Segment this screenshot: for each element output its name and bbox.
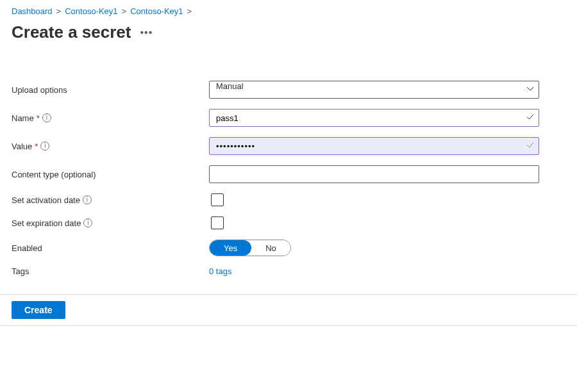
breadcrumb-link-contoso-key1-a[interactable]: Contoso-Key1	[65, 6, 117, 16]
upload-options-value: Manual	[216, 81, 244, 91]
label-tags: Tags	[12, 266, 29, 276]
enabled-toggle: Yes No	[209, 240, 291, 256]
label-enabled: Enabled	[12, 243, 42, 253]
label-content-type: Content type (optional)	[12, 170, 96, 179]
chevron-right-icon: >	[187, 6, 192, 16]
checkmark-icon	[526, 113, 535, 124]
info-icon[interactable]: i	[42, 113, 51, 122]
page-title: Create a secret	[12, 22, 131, 42]
breadcrumb-link-dashboard[interactable]: Dashboard	[12, 6, 53, 16]
required-indicator: *	[35, 142, 38, 151]
checkmark-icon	[526, 141, 535, 152]
tags-link[interactable]: 0 tags	[209, 266, 231, 276]
activation-date-checkbox[interactable]	[211, 193, 224, 206]
name-input[interactable]	[209, 109, 539, 127]
label-value: Value	[12, 142, 32, 151]
info-icon[interactable]: i	[40, 142, 49, 151]
label-upload-options: Upload options	[12, 85, 67, 95]
required-indicator: *	[37, 113, 40, 123]
info-icon[interactable]: i	[83, 195, 92, 204]
footer-bar: Create	[0, 294, 577, 326]
enabled-yes-option[interactable]: Yes	[210, 240, 251, 256]
more-icon[interactable]: •••	[140, 27, 153, 38]
chevron-right-icon: >	[56, 6, 62, 16]
value-input[interactable]	[209, 137, 539, 155]
create-secret-form: Upload options Manual Name * i	[12, 81, 565, 276]
label-expiration-date: Set expiration date	[12, 218, 81, 228]
upload-options-select[interactable]: Manual	[209, 81, 539, 99]
label-name: Name	[12, 113, 34, 123]
info-icon[interactable]: i	[83, 218, 92, 227]
expiration-date-checkbox[interactable]	[211, 216, 224, 229]
breadcrumb-link-contoso-key1-b[interactable]: Contoso-Key1	[130, 6, 183, 16]
breadcrumb: Dashboard > Contoso-Key1 > Contoso-Key1 …	[12, 6, 565, 16]
chevron-right-icon: >	[122, 6, 127, 16]
enabled-no-option[interactable]: No	[251, 240, 290, 256]
content-type-input[interactable]	[209, 165, 539, 183]
label-activation-date: Set activation date	[12, 195, 80, 205]
create-button[interactable]: Create	[12, 301, 65, 319]
